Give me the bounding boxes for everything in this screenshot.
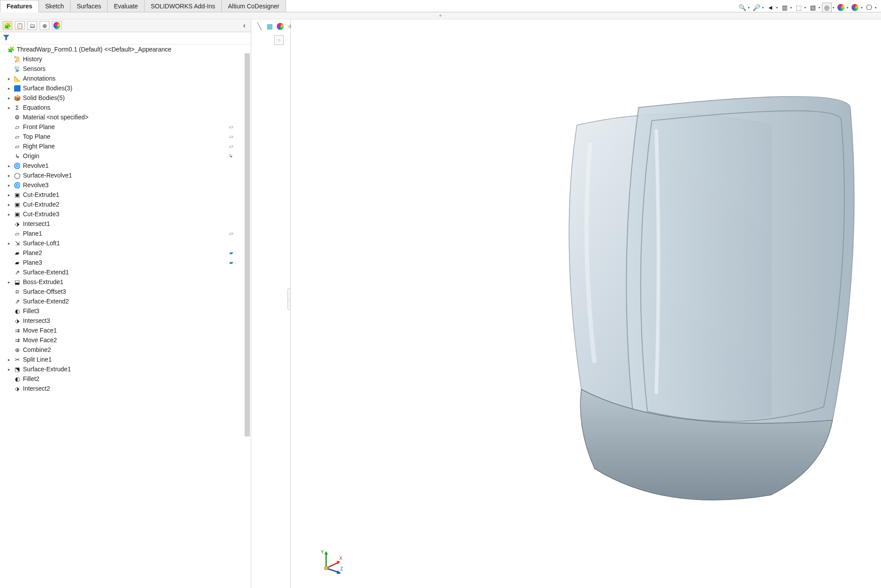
scene-icon[interactable] [850, 3, 860, 12]
tree-node-label: Intersect2 [23, 385, 50, 392]
feature-icon: ▱ [13, 124, 21, 130]
tree-node[interactable]: ▸◐Fillet3 [0, 306, 243, 316]
graphics-viewport[interactable]: Y X Z [291, 19, 881, 588]
tab-altium-codesigner[interactable]: Altium CoDesigner [222, 0, 286, 12]
feature-tree[interactable]: ▸ 🧩 ThreadWarp_Form0.1 (Default) <<Defau… [0, 44, 251, 588]
zoom-to-fit-icon-dropdown[interactable]: ▾ [748, 6, 750, 10]
configuration-manager-tab-icon[interactable]: 🗂 [27, 21, 37, 30]
tree-node[interactable]: ▸✂Split Line1 [0, 355, 243, 364]
expand-arrow-icon[interactable]: ▸ [8, 86, 13, 91]
expand-arrow-icon[interactable]: ▸ [8, 96, 13, 100]
tab-sketch[interactable]: Sketch [39, 0, 71, 12]
prev-view-icon[interactable]: ◄ [766, 3, 775, 12]
tree-node[interactable]: ▸ΣEquations [0, 103, 243, 112]
tree-root-node[interactable]: ▸ 🧩 ThreadWarp_Form0.1 (Default) <<Defau… [0, 44, 243, 54]
tree-node[interactable]: ▸▰Plane3 [0, 258, 243, 267]
view-settings-icon[interactable]: 🖵 [864, 3, 874, 12]
tree-node[interactable]: ▸⬗Intersect2 [0, 384, 243, 393]
expand-arrow-icon[interactable]: ▸ [8, 280, 13, 285]
collapse-panel-icon[interactable]: ‹ [241, 22, 248, 30]
toolbar-grip[interactable] [0, 12, 881, 19]
tree-node[interactable]: ▸▱Front Plane [0, 122, 243, 132]
tab-evaluate[interactable]: Evaluate [108, 0, 144, 12]
tree-node[interactable]: ▸📐Annotations [0, 74, 243, 83]
expand-arrow-icon[interactable]: ▸ [8, 357, 13, 362]
svg-point-6 [324, 566, 328, 570]
tree-node[interactable]: ▸⚙Material <not specified> [0, 112, 243, 122]
tree-node[interactable]: ▸📦Solid Bodies(5) [0, 93, 243, 103]
expand-arrow-icon[interactable]: ▸ [8, 163, 13, 168]
zoom-window-icon-dropdown[interactable]: ▾ [762, 6, 764, 10]
panel-resize-handle[interactable]: ⋮ [287, 288, 291, 310]
property-manager-tab-icon[interactable]: 📋 [15, 21, 25, 30]
flyout-checkbox[interactable]: ○ [274, 35, 284, 45]
tree-node[interactable]: ▸▱Right Plane [0, 141, 243, 151]
tree-node[interactable]: ▸◐Fillet2 [0, 374, 243, 384]
appearance-flyout-icon[interactable] [276, 22, 285, 31]
tree-node[interactable]: ▸⇉Move Face2 [0, 335, 243, 345]
filter-funnel-icon[interactable] [3, 34, 11, 42]
expand-arrow-icon[interactable]: ▸ [8, 212, 13, 217]
zoom-window-icon[interactable]: 🔎 [751, 3, 761, 12]
expand-arrow-icon[interactable]: ▸ [8, 367, 13, 372]
tree-node[interactable]: ▸⊕Combine2 [0, 345, 243, 355]
tree-node[interactable]: ▸⧈Surface-Offset3 [0, 287, 243, 296]
tree-node[interactable]: ▸⇗Surface-Extend1 [0, 267, 243, 277]
appearance-icon[interactable] [836, 3, 846, 12]
view-orientation-icon-dropdown[interactable]: ▾ [804, 6, 806, 10]
tree-scrollbar-thumb[interactable] [245, 53, 250, 436]
orientation-triad[interactable]: Y X Z [317, 548, 344, 575]
cube-flyout-icon[interactable]: ▦ [265, 22, 274, 31]
tree-node[interactable]: ▸▰Plane2 [0, 248, 243, 258]
feature-icon: ⬓ [13, 279, 21, 285]
feature-icon: ▣ [13, 192, 21, 198]
expand-arrow-icon[interactable]: ▸ [8, 105, 13, 110]
tree-node[interactable]: ▸↳Origin [0, 151, 243, 161]
feature-icon: 📜 [13, 56, 21, 63]
tree-node[interactable]: ▸▣Cut-Extrude3 [0, 209, 243, 219]
zoom-to-fit-icon[interactable]: 🔍 [737, 3, 747, 12]
tree-node[interactable]: ▸🌀Revolve3 [0, 180, 243, 190]
tree-node[interactable]: ▸📜History [0, 54, 243, 64]
expand-arrow-icon[interactable]: ▸ [8, 76, 13, 81]
display-manager-tab-icon[interactable] [52, 21, 62, 30]
tree-node[interactable]: ▸▣Cut-Extrude2 [0, 200, 243, 209]
tab-surfaces[interactable]: Surfaces [71, 0, 108, 12]
tab-features[interactable]: Features [0, 0, 39, 12]
tree-node[interactable]: ▸⇉Move Face1 [0, 325, 243, 335]
view-settings-icon-dropdown[interactable]: ▾ [875, 6, 877, 10]
tree-node[interactable]: ▸▱Plane1 [0, 229, 243, 238]
expand-arrow-icon[interactable]: ▸ [8, 241, 13, 246]
tree-node[interactable]: ▸⬗Intersect3 [0, 316, 243, 325]
expand-arrow-icon[interactable]: ▸ [8, 202, 13, 207]
scene-icon-dropdown[interactable]: ▾ [861, 6, 862, 10]
section-view-icon-dropdown[interactable]: ▾ [790, 6, 792, 10]
expand-arrow-icon[interactable]: ▸ [8, 183, 13, 188]
display-style-icon[interactable]: ▧ [808, 3, 818, 12]
view-orientation-icon[interactable]: ⬚ [794, 3, 803, 12]
display-style-icon-dropdown[interactable]: ▾ [818, 6, 820, 10]
tree-node[interactable]: ▸🌀Revolve1 [0, 161, 243, 170]
tree-node[interactable]: ▸🟦Surface Bodies(3) [0, 83, 243, 93]
feature-manager-tab-icon[interactable]: 🧩 [3, 21, 12, 30]
tree-node[interactable]: ▸▣Cut-Extrude1 [0, 190, 243, 200]
tab-solidworks-add-ins[interactable]: SOLIDWORKS Add-Ins [145, 0, 222, 12]
expand-arrow-icon[interactable]: ▸ [8, 192, 13, 197]
expand-arrow-icon[interactable]: ▸ [8, 173, 13, 178]
diagonal-icon[interactable]: ╲ [255, 22, 264, 31]
appearance-icon-dropdown[interactable]: ▾ [847, 6, 848, 10]
tree-node[interactable]: ▸⇲Surface-Loft1 [0, 238, 243, 248]
dimxpert-tab-icon[interactable]: ⊕ [40, 21, 49, 30]
tree-node[interactable]: ▸▱Top Plane [0, 132, 243, 141]
tree-node[interactable]: ▸⇗Surface-Extend2 [0, 296, 243, 306]
tree-node[interactable]: ▸◯Surface-Revolve1 [0, 170, 243, 180]
feature-icon: 🌀 [13, 163, 21, 169]
tree-node[interactable]: ▸⬓Boss-Extrude1 [0, 277, 243, 287]
section-view-icon[interactable]: ▥ [780, 3, 789, 12]
tree-node[interactable]: ▸⬔Surface-Extrude1 [0, 364, 243, 374]
item-visibility-icon[interactable]: ◎ [822, 3, 832, 12]
prev-view-icon-dropdown[interactable]: ▾ [776, 6, 778, 10]
item-visibility-icon-dropdown[interactable]: ▾ [833, 6, 834, 10]
tree-node[interactable]: ▸📡Sensors [0, 64, 243, 74]
tree-node[interactable]: ▸⬗Intersect1 [0, 219, 243, 229]
